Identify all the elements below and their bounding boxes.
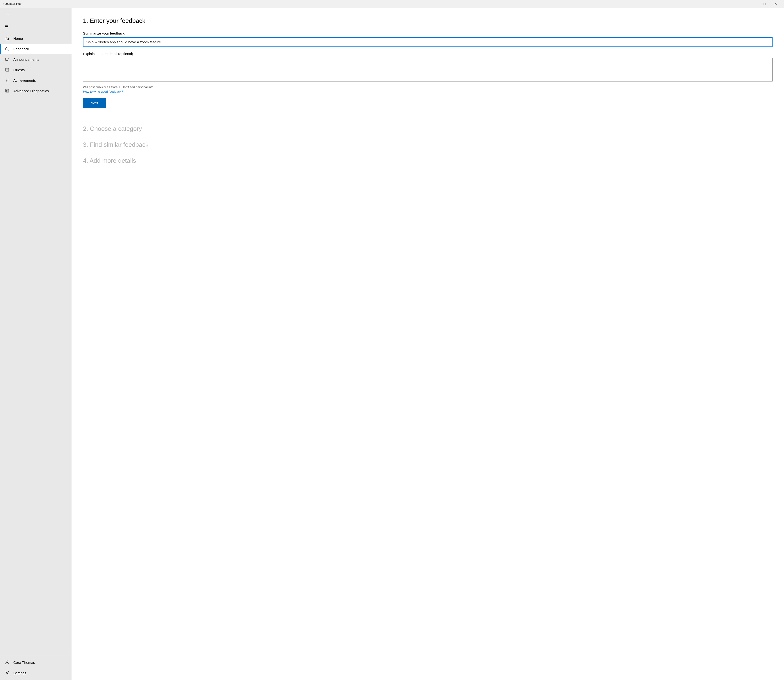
feedback-icon — [5, 46, 9, 51]
minimize-button[interactable]: − — [748, 0, 759, 8]
step4-title: 4. Add more details — [83, 157, 773, 164]
title-bar: Feedback Hub − □ ✕ — [0, 0, 784, 8]
sidebar-item-quests[interactable]: Quests — [0, 65, 71, 75]
sidebar-footer: Cora Thomas Settings — [0, 655, 71, 680]
sidebar: ← ☰ Home — [0, 8, 71, 680]
detail-label: Explain in more detail (optional) — [83, 52, 773, 56]
step3-title: 3. Find similar feedback — [83, 141, 773, 148]
feedback-link[interactable]: How to write good feedback? — [83, 90, 773, 93]
diagnostics-icon — [5, 88, 9, 93]
sidebar-item-home[interactable]: Home — [0, 33, 71, 44]
nav-menu: Home Feedback Announce — [0, 33, 71, 655]
announcements-icon — [5, 57, 9, 62]
settings-icon — [5, 671, 9, 675]
sidebar-item-achievements[interactable]: Achievements — [0, 75, 71, 85]
sidebar-item-announcements[interactable]: Announcements — [0, 54, 71, 65]
maximize-button[interactable]: □ — [759, 0, 770, 8]
next-button[interactable]: Next — [83, 98, 106, 108]
main-content: 1. Enter your feedback Summarize your fe… — [71, 8, 784, 680]
sidebar-item-quests-label: Quests — [13, 68, 25, 72]
achievements-icon — [5, 78, 9, 83]
sidebar-header: ← — [0, 8, 71, 22]
sidebar-item-advanced-diagnostics[interactable]: Advanced Diagnostics — [0, 85, 71, 96]
svg-rect-1 — [5, 58, 8, 60]
detail-textarea[interactable] — [83, 58, 773, 82]
svg-point-5 — [6, 661, 8, 663]
close-button[interactable]: ✕ — [770, 0, 781, 8]
user-profile[interactable]: Cora Thomas — [0, 657, 71, 667]
back-button[interactable]: ← — [5, 11, 11, 18]
quests-icon — [5, 68, 9, 72]
app-container: ← ☰ Home — [0, 8, 784, 680]
settings-item[interactable]: Settings — [0, 667, 71, 678]
hamburger-icon: ☰ — [5, 24, 9, 29]
svg-point-6 — [6, 672, 8, 674]
summary-label: Summarize your feedback — [83, 31, 773, 35]
user-name: Cora Thomas — [13, 661, 35, 664]
app-title: Feedback Hub — [3, 2, 748, 5]
window-controls: − □ ✕ — [748, 0, 781, 8]
sidebar-item-advanced-diagnostics-label: Advanced Diagnostics — [13, 89, 49, 93]
svg-point-3 — [6, 79, 8, 81]
svg-point-0 — [5, 48, 8, 50]
user-icon — [5, 660, 9, 665]
step2-title: 2. Choose a category — [83, 125, 773, 132]
hamburger-button[interactable]: ☰ — [0, 22, 71, 31]
sidebar-item-home-label: Home — [13, 36, 23, 41]
summary-input[interactable] — [83, 37, 773, 47]
home-icon — [5, 36, 9, 41]
step1-title: 1. Enter your feedback — [83, 17, 773, 25]
sidebar-item-announcements-label: Announcements — [13, 57, 39, 61]
sidebar-item-achievements-label: Achievements — [13, 79, 36, 82]
settings-label: Settings — [13, 671, 26, 675]
public-note: Will post publicly as Cora T. Don't add … — [83, 85, 773, 89]
sidebar-item-feedback-label: Feedback — [13, 47, 29, 51]
back-icon: ← — [6, 13, 10, 17]
sidebar-item-feedback[interactable]: Feedback — [0, 44, 71, 54]
